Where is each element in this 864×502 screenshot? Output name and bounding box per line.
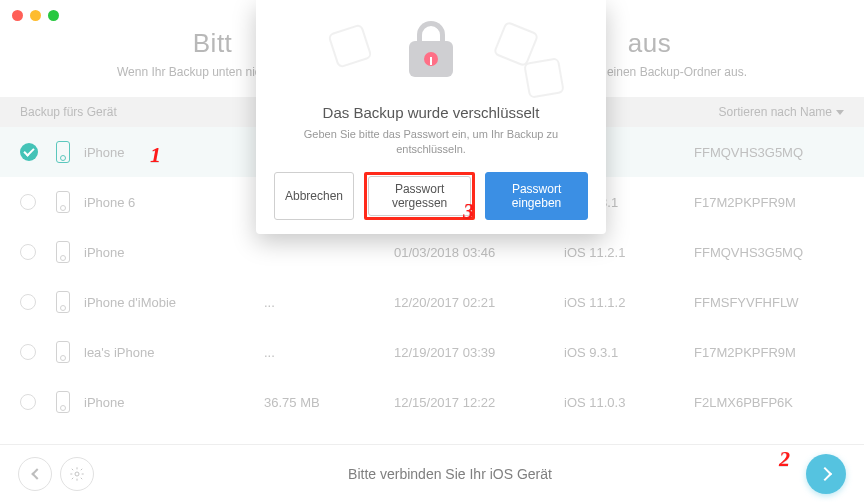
backup-size: ... bbox=[264, 345, 394, 360]
phone-icon bbox=[56, 291, 70, 313]
ios-version: iOS 11.1.2 bbox=[564, 295, 694, 310]
table-row[interactable]: iPhone01/03/2018 03:46iOS 11.2.1FFMQVHS3… bbox=[0, 227, 864, 277]
sort-label: Sortieren nach Name bbox=[719, 105, 832, 119]
radio-unselected[interactable] bbox=[20, 294, 36, 310]
continue-button[interactable] bbox=[806, 454, 846, 494]
radio-unselected[interactable] bbox=[20, 194, 36, 210]
phone-icon bbox=[56, 391, 70, 413]
ios-version: iOS 9.3.1 bbox=[564, 345, 694, 360]
table-row[interactable]: iPhone36.75 MB12/15/2017 12:22iOS 11.0.3… bbox=[0, 377, 864, 427]
radio-unselected[interactable] bbox=[20, 394, 36, 410]
sort-dropdown[interactable]: Sortieren nach Name bbox=[719, 105, 844, 119]
backup-size: ... bbox=[264, 295, 394, 310]
backup-date: 12/20/2017 02:21 bbox=[394, 295, 564, 310]
serial-number: FFMQVHS3G5MQ bbox=[694, 245, 844, 260]
serial-number: F2LMX6PBFP6K bbox=[694, 395, 844, 410]
chevron-down-icon bbox=[836, 110, 844, 115]
password-modal: Das Backup wurde verschlüsselt Geben Sie… bbox=[256, 0, 606, 234]
phone-icon bbox=[56, 341, 70, 363]
phone-icon bbox=[56, 241, 70, 263]
device-name: iPhone bbox=[84, 145, 264, 160]
modal-title: Das Backup wurde verschlüsselt bbox=[274, 104, 588, 121]
radio-unselected[interactable] bbox=[20, 344, 36, 360]
page-title-left: Bitt bbox=[193, 28, 233, 58]
forgot-highlight: Passwort vergessen bbox=[364, 172, 475, 220]
phone-icon bbox=[56, 141, 70, 163]
backup-date: 12/19/2017 03:39 bbox=[394, 345, 564, 360]
serial-number: FFMSFYVFHFLW bbox=[694, 295, 844, 310]
backup-date: 01/03/2018 03:46 bbox=[394, 245, 564, 260]
serial-number: FFMQVHS3G5MQ bbox=[694, 145, 844, 160]
modal-subtitle: Geben Sie bitte das Passwort ein, um Ihr… bbox=[274, 127, 588, 158]
enter-password-button[interactable]: Passwort eingeben bbox=[485, 172, 588, 220]
lock-icon bbox=[409, 41, 453, 77]
backup-size: 36.75 MB bbox=[264, 395, 394, 410]
settings-button[interactable] bbox=[60, 457, 94, 491]
ios-version: iOS 11.2.1 bbox=[564, 245, 694, 260]
serial-number: F17M2PKPFR9M bbox=[694, 195, 844, 210]
backup-date: 12/15/2017 12:22 bbox=[394, 395, 564, 410]
gear-icon bbox=[69, 466, 85, 482]
radio-unselected[interactable] bbox=[20, 244, 36, 260]
selected-check-icon bbox=[20, 143, 38, 161]
arrow-right-icon bbox=[817, 466, 831, 480]
device-name: iPhone d'iMobie bbox=[84, 295, 264, 310]
table-row[interactable]: iPhone d'iMobie...12/20/2017 02:21iOS 11… bbox=[0, 277, 864, 327]
arrow-left-icon bbox=[31, 468, 42, 479]
lock-illustration bbox=[274, 20, 588, 98]
bottom-bar: Bitte verbinden Sie Ihr iOS Gerät bbox=[0, 444, 864, 502]
back-button[interactable] bbox=[18, 457, 52, 491]
device-name: iPhone 6 bbox=[84, 195, 264, 210]
page-title-right: aus bbox=[628, 28, 671, 58]
device-name: iPhone bbox=[84, 395, 264, 410]
ios-version: iOS 11.0.3 bbox=[564, 395, 694, 410]
table-row[interactable]: lea's iPhone...12/19/2017 03:39iOS 9.3.1… bbox=[0, 327, 864, 377]
device-name: lea's iPhone bbox=[84, 345, 264, 360]
status-message: Bitte verbinden Sie Ihr iOS Gerät bbox=[94, 466, 806, 482]
serial-number: F17M2PKPFR9M bbox=[694, 345, 844, 360]
svg-point-0 bbox=[75, 472, 79, 476]
device-name: iPhone bbox=[84, 245, 264, 260]
column-device: Backup fürs Gerät bbox=[20, 105, 117, 119]
cancel-button[interactable]: Abbrechen bbox=[274, 172, 354, 220]
phone-icon bbox=[56, 191, 70, 213]
forgot-password-button[interactable]: Passwort vergessen bbox=[368, 176, 471, 216]
